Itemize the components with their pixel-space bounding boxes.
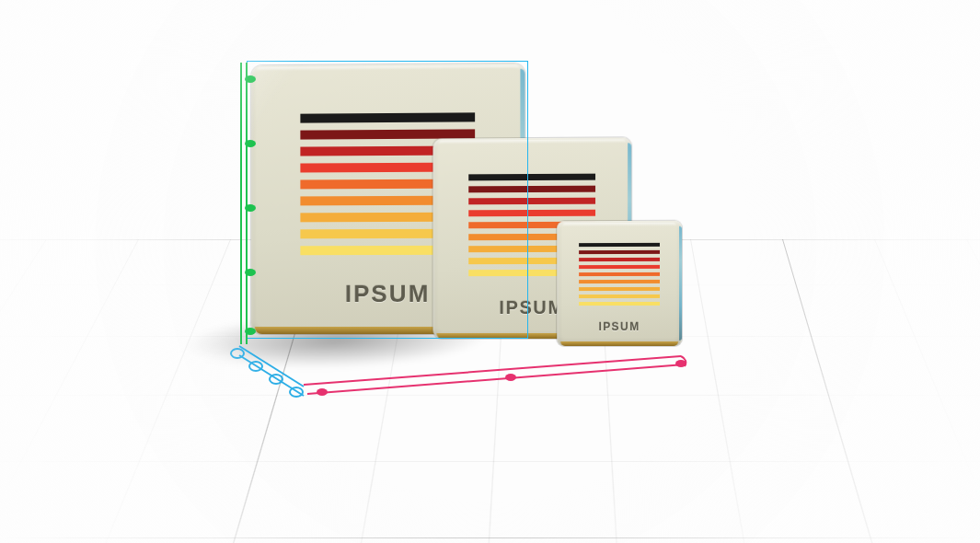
stripe	[468, 210, 595, 217]
stripe	[468, 174, 595, 181]
viewport-scene[interactable]: IPSUM IPSUM IPSUM	[0, 0, 980, 543]
stripe	[300, 112, 475, 122]
stripe	[580, 302, 660, 306]
stripe	[580, 272, 660, 276]
stripe	[580, 295, 660, 298]
stripe	[468, 198, 595, 205]
panel-small-label: IPSUM	[557, 320, 682, 333]
panel-small[interactable]: IPSUM	[557, 221, 682, 346]
stripe	[580, 243, 660, 247]
stripe	[580, 258, 660, 261]
stripe	[468, 186, 595, 193]
panel-small-base	[560, 341, 678, 346]
panel-small-stripes	[580, 243, 660, 309]
stripe	[580, 280, 660, 283]
stripe	[580, 287, 660, 291]
stripe	[580, 265, 660, 269]
stripe	[580, 250, 660, 254]
